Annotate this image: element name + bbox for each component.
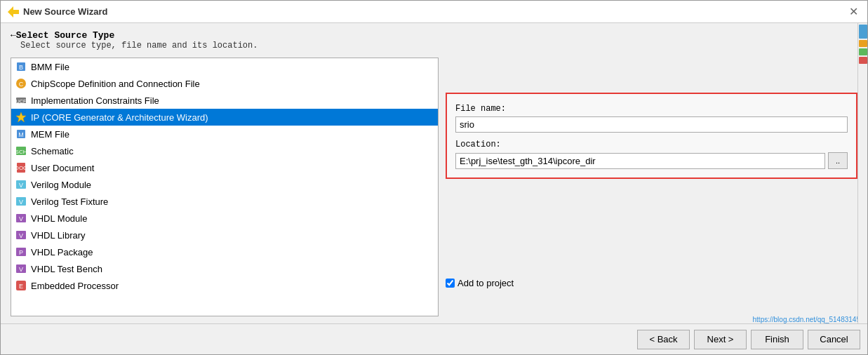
- list-item-vhdl[interactable]: VVHDL Module: [11, 210, 438, 227]
- list-item-chipscope[interactable]: CChipScope Definition and Connection Fil…: [11, 75, 438, 92]
- list-item-label-mem: MEM File: [31, 129, 69, 140]
- list-item-label-vtest: Verilog Test Fixture: [31, 196, 108, 207]
- location-label: Location:: [455, 140, 848, 149]
- title-bar-left: New Source Wizard: [8, 6, 108, 18]
- list-item-doc[interactable]: DOCUser Document: [11, 159, 438, 176]
- list-item-mem[interactable]: MMEM File: [11, 126, 438, 142]
- right-panel: File name: Location: .. Add to project: [446, 58, 857, 316]
- back-button[interactable]: < Back: [637, 330, 690, 349]
- location-input[interactable]: [455, 153, 825, 169]
- svg-marker-0: [8, 6, 19, 18]
- dialog-window: New Source Wizard ✕ ←Select Source Type …: [0, 0, 868, 355]
- icon-impl: UCF: [15, 95, 27, 106]
- list-item-vhdllib[interactable]: VVHDL Library: [11, 227, 438, 243]
- finish-button[interactable]: Finish: [751, 330, 803, 349]
- scroll-thumb-2: [859, 40, 867, 47]
- svg-text:SCH: SCH: [15, 149, 27, 155]
- list-item-label-bmm: BMM File: [31, 62, 69, 72]
- header-title: ←Select Source Type: [11, 30, 857, 41]
- bottom-bar: < Back Next > Finish Cancel: [1, 323, 867, 354]
- list-item-label-verilog: Verilog Module: [31, 180, 91, 190]
- browse-button[interactable]: ..: [828, 152, 848, 169]
- list-item-bmm[interactable]: BBMM File: [11, 58, 438, 75]
- scrollbar-right[interactable]: [857, 23, 867, 323]
- next-button[interactable]: Next >: [694, 330, 747, 349]
- list-item-label-vhdlpkg: VHDL Package: [31, 247, 93, 257]
- icon-verilog: V: [15, 179, 27, 190]
- icon-vhdltb: V: [15, 263, 27, 274]
- list-item-ip[interactable]: IP (CORE Generator & Architecture Wizard…: [11, 109, 438, 126]
- window-title: New Source Wizard: [23, 6, 108, 17]
- list-item-label-vhdllib: VHDL Library: [31, 230, 86, 241]
- list-item-label-impl: Implementation Constraints File: [31, 95, 159, 106]
- close-button[interactable]: ✕: [846, 5, 860, 19]
- dialog-body: ←Select Source Type Select source type, …: [1, 23, 867, 323]
- icon-mem: M: [15, 128, 27, 140]
- list-item-verilog[interactable]: VVerilog Module: [11, 176, 438, 193]
- svg-text:V: V: [19, 215, 23, 222]
- icon-chipscope: C: [15, 78, 27, 89]
- add-to-project-label: Add to project: [458, 278, 514, 288]
- scroll-thumb-1: [859, 25, 867, 39]
- svg-text:V: V: [19, 182, 23, 189]
- list-item-vhdlpkg[interactable]: PVHDL Package: [11, 243, 438, 260]
- svg-marker-7: [16, 112, 26, 122]
- icon-vtest: V: [15, 196, 27, 207]
- scroll-thumb-4: [859, 57, 867, 64]
- icon-vhdlpkg: P: [15, 246, 27, 257]
- icon-vhdl: V: [15, 213, 27, 224]
- icon-vhdllib: V: [15, 229, 27, 241]
- cancel-button[interactable]: Cancel: [808, 330, 860, 349]
- icon-bmm: B: [15, 61, 27, 72]
- list-item-schematic[interactable]: SCHSchematic: [11, 142, 438, 159]
- svg-text:V: V: [19, 232, 23, 239]
- list-item-label-doc: User Document: [31, 163, 94, 173]
- list-item-label-vhdl: VHDL Module: [31, 213, 87, 224]
- file-name-input[interactable]: [455, 116, 848, 133]
- list-item-label-schematic: Schematic: [31, 146, 74, 156]
- content-area: BBMM FileCChipScope Definition and Conne…: [11, 58, 857, 316]
- add-to-project-checkbox[interactable]: [446, 279, 455, 288]
- icon-schematic: SCH: [15, 145, 27, 156]
- svg-text:DOC: DOC: [15, 165, 27, 171]
- scroll-thumb-3: [859, 48, 867, 55]
- location-row: ..: [455, 152, 848, 169]
- wizard-icon: [8, 6, 19, 18]
- add-to-project-row: Add to project: [446, 278, 514, 288]
- icon-embedded: E: [15, 280, 27, 291]
- svg-text:P: P: [19, 249, 23, 256]
- icon-ip: [15, 112, 27, 123]
- svg-text:V: V: [19, 266, 23, 273]
- svg-text:E: E: [19, 283, 23, 290]
- svg-text:C: C: [19, 81, 24, 88]
- list-item-vhdltb[interactable]: VVHDL Test Bench: [11, 260, 438, 277]
- icon-doc: DOC: [15, 162, 27, 173]
- source-type-list: BBMM FileCChipScope Definition and Conne…: [11, 58, 439, 316]
- svg-text:B: B: [19, 64, 23, 71]
- list-item-label-vhdltb: VHDL Test Bench: [31, 264, 102, 274]
- list-item-label-ip: IP (CORE Generator & Architecture Wizard…: [31, 112, 208, 123]
- list-item-impl[interactable]: UCFImplementation Constraints File: [11, 92, 438, 109]
- watermark: https://blog.csdn.net/qq_51483145: [753, 316, 860, 323]
- header-section: ←Select Source Type Select source type, …: [11, 30, 857, 51]
- title-bar: New Source Wizard ✕: [1, 1, 867, 23]
- svg-text:V: V: [19, 199, 23, 206]
- header-subtitle: Select source type, file name and its lo…: [20, 41, 857, 51]
- list-item-label-embedded: Embedded Processor: [31, 281, 119, 291]
- list-item-vtest[interactable]: VVerilog Test Fixture: [11, 193, 438, 210]
- file-info-box: File name: Location: ..: [446, 93, 857, 179]
- svg-text:M: M: [18, 131, 24, 138]
- list-item-label-chipscope: ChipScope Definition and Connection File: [31, 79, 200, 89]
- file-name-label: File name:: [455, 104, 848, 114]
- list-item-embedded[interactable]: EEmbedded Processor: [11, 277, 438, 294]
- svg-text:UCF: UCF: [16, 99, 26, 104]
- add-to-project-wrapper: Add to project: [446, 278, 514, 288]
